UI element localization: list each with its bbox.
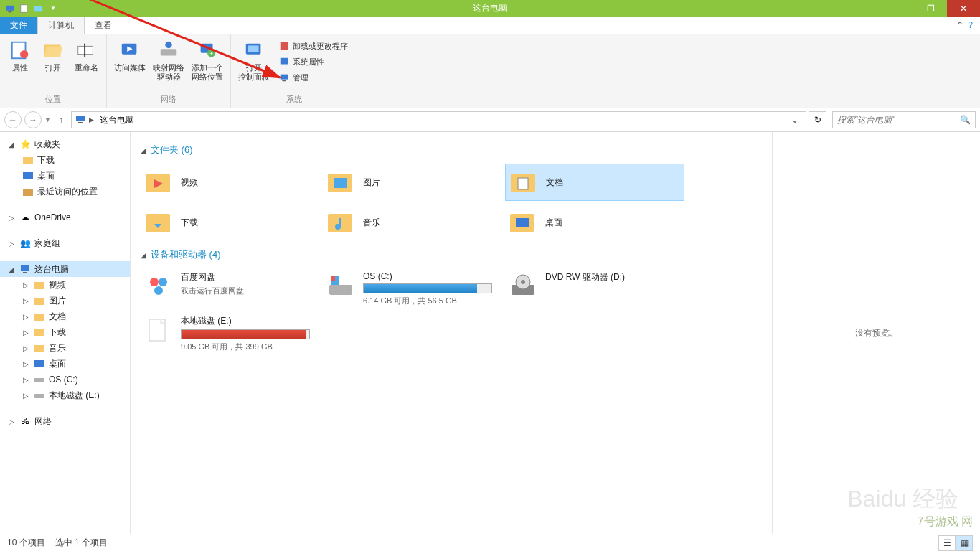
svg-rect-19 — [281, 58, 288, 65]
drive-locale[interactable]: 本地磁盘 (E:) 9.05 GB 可用，共 399 GB — [141, 312, 320, 355]
tab-file[interactable]: 文件 — [0, 17, 37, 34]
new-folder-qat-icon[interactable] — [33, 3, 44, 14]
expander-icon[interactable]: ▷ — [22, 392, 30, 400]
tree-desktop2[interactable]: ▷桌面 — [0, 356, 130, 372]
baidu-icon — [143, 271, 174, 301]
breadcrumb-item[interactable]: 这台电脑 — [97, 114, 137, 126]
collapse-icon[interactable]: ◢ — [141, 251, 146, 259]
chevron-up-icon[interactable]: ⌃ — [956, 20, 963, 30]
section-folders[interactable]: ◢ 文件夹 (6) — [141, 143, 762, 156]
properties-qat-icon[interactable] — [19, 3, 30, 14]
qat-dropdown-icon[interactable]: ▼ — [47, 3, 59, 14]
tree-pictures[interactable]: ▷图片 — [0, 293, 130, 309]
open-button[interactable]: 打开 — [37, 37, 69, 93]
svg-rect-25 — [78, 122, 83, 123]
expander-icon[interactable]: ▷ — [22, 297, 30, 305]
address-dropdown-icon[interactable]: ⌄ — [787, 115, 803, 125]
expander-icon[interactable]: ▷ — [22, 281, 30, 289]
collapse-icon[interactable]: ◢ — [141, 146, 146, 154]
drive-osc[interactable]: OS (C:) 6.14 GB 可用，共 56.5 GB — [323, 268, 502, 309]
tree-network[interactable]: ▷🖧网络 — [0, 413, 130, 429]
folder-music[interactable]: 音乐 — [323, 204, 502, 241]
map-drive-button[interactable]: 映射网络 驱动器 — [150, 37, 187, 93]
folder-downloads[interactable]: 下载 — [141, 204, 320, 241]
tab-view[interactable]: 查看 — [85, 17, 122, 34]
search-icon[interactable]: 🔍 — [960, 115, 971, 125]
expander-icon[interactable]: ▷ — [22, 344, 30, 352]
properties-button[interactable]: 属性 — [4, 37, 36, 93]
search-input[interactable] — [837, 115, 960, 125]
details-view-button[interactable]: ☰ — [938, 535, 956, 551]
sys-props-icon — [278, 56, 290, 67]
svg-rect-38 — [34, 394, 44, 398]
media-icon — [118, 39, 141, 62]
tree-music[interactable]: ▷音乐 — [0, 340, 130, 356]
manage-button[interactable]: 管理 — [275, 70, 351, 85]
drive-dvd[interactable]: DVD RW 驱动器 (D:) — [505, 268, 684, 309]
tree-documents[interactable]: ▷文档 — [0, 309, 130, 324]
rename-button[interactable]: 重命名 — [70, 37, 102, 93]
downloads-folder-icon — [143, 207, 174, 237]
tree-onedrive[interactable]: ▷☁OneDrive — [0, 209, 130, 225]
tree-homegroup[interactable]: ▷👥家庭组 — [0, 235, 130, 251]
control-panel-button[interactable]: 打开 控制面板 — [235, 37, 273, 93]
open-icon — [42, 39, 65, 62]
svg-rect-36 — [34, 360, 44, 367]
computer-crumb-icon — [75, 113, 86, 127]
refresh-button[interactable]: ↻ — [809, 111, 826, 128]
section-devices[interactable]: ◢ 设备和驱动器 (4) — [141, 248, 762, 261]
expander-icon[interactable]: ▷ — [22, 376, 30, 384]
tree-favorites[interactable]: ◢ ⭐ 收藏夹 — [0, 136, 130, 152]
expander-icon[interactable]: ◢ — [7, 265, 16, 273]
folder-documents[interactable]: 文档 — [505, 164, 684, 201]
svg-rect-1 — [8, 11, 11, 12]
item-count: 10 个项目 — [7, 537, 45, 549]
expander-icon[interactable]: ▷ — [7, 214, 16, 222]
up-button[interactable]: ↑ — [54, 113, 68, 127]
expander-icon[interactable]: ▷ — [22, 329, 30, 336]
tree-desktop[interactable]: 桌面 — [0, 168, 130, 184]
help-icon[interactable]: ? — [968, 20, 973, 30]
forward-button[interactable]: → — [24, 111, 42, 128]
access-media-button[interactable]: 访问媒体 — [111, 37, 149, 93]
search-box[interactable]: 🔍 — [832, 111, 976, 128]
uninstall-button[interactable]: 卸载或更改程序 — [275, 39, 351, 53]
svg-rect-55 — [329, 285, 352, 295]
tree-locale[interactable]: ▷本地磁盘 (E:) — [0, 387, 130, 403]
svg-rect-28 — [23, 189, 33, 196]
history-dropdown-icon[interactable]: ▼ — [44, 116, 51, 123]
minimize-button[interactable]: ─ — [881, 0, 914, 17]
tree-osc[interactable]: ▷OS (C:) — [0, 372, 130, 387]
ribbon-help[interactable]: ⌃ ? — [949, 17, 980, 34]
ribbon-group-location: 属性 打开 重命名 位置 — [0, 34, 107, 108]
folder-video[interactable]: 视频 — [141, 164, 320, 201]
desktop-folder-icon — [508, 207, 538, 237]
tree-downloads[interactable]: 下载 — [0, 152, 130, 168]
system-properties-button[interactable]: 系统属性 — [275, 55, 351, 69]
add-location-button[interactable]: + 添加一个 网络位置 — [189, 37, 226, 93]
chevron-right-icon[interactable]: ▶ — [89, 116, 94, 123]
close-button[interactable]: ✕ — [947, 0, 980, 17]
expander-icon[interactable]: ◢ — [7, 141, 16, 149]
tree-thispc[interactable]: ◢这台电脑 — [0, 261, 130, 277]
tree-downloads2[interactable]: ▷下载 — [0, 324, 130, 340]
expander-icon[interactable]: ▷ — [7, 240, 16, 248]
expander-icon[interactable]: ▷ — [7, 418, 16, 425]
address-bar[interactable]: ▶ 这台电脑 ⌄ — [71, 111, 806, 128]
folder-pictures[interactable]: 图片 — [323, 164, 502, 201]
svg-rect-31 — [34, 282, 44, 289]
tiles-view-button[interactable]: ▦ — [956, 535, 973, 551]
pictures-folder-icon — [326, 167, 356, 197]
computer-icon[interactable] — [4, 3, 16, 14]
svg-rect-26 — [23, 157, 33, 164]
back-button[interactable]: ← — [4, 111, 22, 128]
tab-computer[interactable]: 计算机 — [37, 17, 85, 34]
folder-desktop[interactable]: 桌面 — [505, 204, 684, 241]
video-folder-icon — [143, 167, 174, 197]
tree-video[interactable]: ▷视频 — [0, 277, 130, 293]
maximize-button[interactable]: ❐ — [914, 0, 947, 17]
expander-icon[interactable]: ▷ — [22, 313, 30, 321]
tree-recent[interactable]: 最近访问的位置 — [0, 184, 130, 199]
expander-icon[interactable]: ▷ — [22, 360, 30, 368]
drive-baidu[interactable]: 百度网盘双击运行百度网盘 — [141, 268, 320, 309]
